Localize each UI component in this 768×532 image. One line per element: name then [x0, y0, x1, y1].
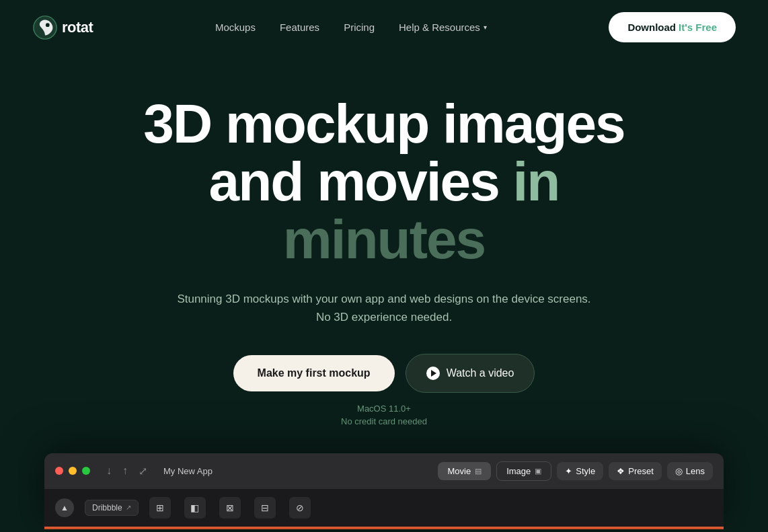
tab-image[interactable]: Image ▣ — [496, 461, 551, 481]
navbar: rotat Mockups Features Pricing Help & Re… — [0, 0, 768, 54]
toolbar-icon-3[interactable]: ⊠ — [219, 497, 241, 519]
toolbar-icon-1[interactable]: ⊞ — [149, 497, 171, 519]
lens-icon: ◎ — [675, 466, 683, 476]
image-tab-label: Image — [506, 466, 531, 476]
hero-title-line2: and movies — [209, 151, 513, 212]
hero-title-line1: 3D mockup images — [143, 93, 624, 154]
tab-movie[interactable]: Movie ▤ — [438, 462, 491, 480]
style-label: Style — [576, 466, 595, 476]
dribbble-label: Dribbble — [92, 503, 122, 512]
lens-button[interactable]: ◎ Lens — [667, 462, 713, 480]
share-icon[interactable]: ↑ — [122, 465, 128, 477]
hero-meta: MacOS 11.0+ No credit card needed — [341, 404, 427, 426]
hero-section: 3D mockup images and movies in minutes S… — [0, 54, 768, 453]
play-triangle — [431, 370, 436, 377]
style-button[interactable]: ✦ Style — [557, 462, 603, 480]
titlebar-actions: ↓ ↑ ⤢ — [106, 465, 147, 478]
dribbble-badge[interactable]: Dribbble ↗ — [85, 500, 139, 516]
nav-links: Mockups Features Pricing Help & Resource… — [215, 22, 487, 34]
window-controls — [55, 467, 90, 475]
toolbar-icon-2[interactable]: ◧ — [184, 497, 206, 519]
chevron-down-icon: ▾ — [484, 24, 487, 31]
titlebar-right: Movie ▤ Image ▣ ✦ Style ❖ Preset ◎ — [438, 461, 713, 481]
lens-label: Lens — [686, 466, 705, 476]
window-close-dot[interactable] — [55, 467, 63, 475]
window-minimize-dot[interactable] — [69, 467, 77, 475]
dribbble-link-icon: ↗ — [126, 504, 131, 511]
download-label-suffix: It's Free — [679, 22, 717, 33]
toolbar-icon-4[interactable]: ⊟ — [254, 497, 276, 519]
watch-video-label: Watch a video — [447, 367, 514, 379]
titlebar-left: ↓ ↑ ⤢ My New App — [55, 465, 213, 478]
hero-meta-cc: No credit card needed — [341, 416, 427, 426]
hero-title-minutes: minutes — [143, 211, 624, 268]
nav-item-mockups[interactable]: Mockups — [215, 22, 256, 34]
hero-title-in: in — [513, 151, 560, 212]
hero-subtitle: Stunning 3D mockups with your own app an… — [169, 290, 599, 326]
hero-title: 3D mockup images and movies in minutes — [143, 95, 624, 268]
svg-point-1 — [46, 23, 50, 27]
logo-icon — [32, 15, 58, 40]
window-content-bar: ▲ Dribbble ↗ ⊞ ◧ ⊠ ⊟ ⊘ — [44, 489, 724, 527]
cta-primary-button[interactable]: Make my first mockup — [233, 355, 395, 391]
window-titlebar: ↓ ↑ ⤢ My New App Movie ▤ Image ▣ ✦ — [44, 453, 724, 489]
preset-button[interactable]: ❖ Preset — [609, 462, 662, 480]
app-content-strip — [44, 527, 724, 529]
download-icon[interactable]: ↓ — [106, 465, 112, 477]
style-icon: ✦ — [565, 466, 572, 476]
app-title: My New App — [163, 466, 213, 476]
hero-meta-os: MacOS 11.0+ — [357, 404, 411, 414]
nav-item-features[interactable]: Features — [280, 22, 319, 34]
toolbar-icon-5[interactable]: ⊘ — [289, 497, 311, 519]
preset-icon: ❖ — [617, 466, 625, 476]
preset-label: Preset — [628, 466, 654, 476]
nav-item-help[interactable]: Help & Resources ▾ — [399, 22, 487, 33]
download-button[interactable]: Download It's Free — [609, 12, 736, 42]
download-label-prefix: Download — [627, 22, 676, 33]
movie-tab-icon: ▤ — [475, 467, 482, 476]
hero-buttons: Make my first mockup Watch a video — [233, 354, 535, 393]
window-maximize-dot[interactable] — [82, 467, 90, 475]
play-icon — [426, 367, 440, 380]
cursor-icon[interactable]: ⤢ — [139, 465, 147, 478]
nav-up-button[interactable]: ▲ — [55, 498, 74, 517]
image-tab-icon: ▣ — [535, 467, 541, 476]
app-window: ↓ ↑ ⤢ My New App Movie ▤ Image ▣ ✦ — [44, 453, 724, 529]
movie-tab-label: Movie — [447, 466, 471, 476]
cta-secondary-button[interactable]: Watch a video — [406, 354, 535, 393]
nav-item-pricing[interactable]: Pricing — [344, 22, 375, 34]
logo-text: rotat — [62, 19, 93, 36]
content-icons: ⊞ ◧ ⊠ ⊟ ⊘ — [149, 497, 311, 519]
logo[interactable]: rotat — [32, 15, 93, 40]
